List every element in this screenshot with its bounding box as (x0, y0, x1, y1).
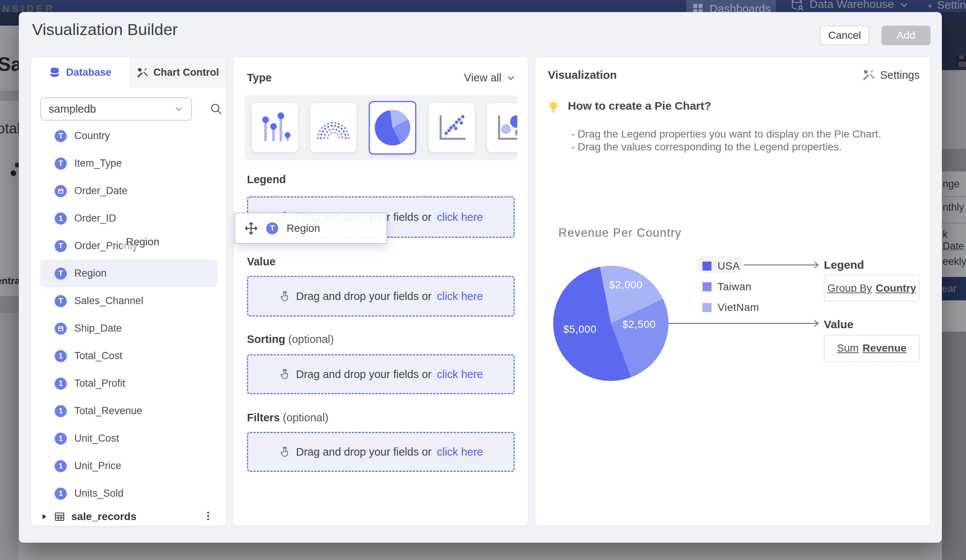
text-type-icon: T (55, 157, 67, 170)
filters-dropzone[interactable]: Drag and drop your fields or click here (247, 432, 515, 472)
field-row-unit-price[interactable]: 1 Unit_Price (40, 452, 218, 480)
drag-ghost-text: Region (122, 234, 163, 249)
chart-type-bubble[interactable] (487, 103, 518, 152)
builder-panel: Type View all (234, 57, 528, 526)
click-here-link[interactable]: click here (437, 446, 483, 458)
number-type-icon: 1 (55, 378, 67, 390)
visualization-settings-label: Settings (880, 69, 920, 82)
legend-section-label: Legend (247, 174, 286, 186)
pie-icon (375, 110, 410, 146)
date-type-icon (55, 185, 67, 197)
field-row-total-revenue[interactable]: 1 Total_Revenue (40, 397, 218, 425)
nav-data-warehouse-label: Data Warehouse (810, 0, 894, 11)
chart-type-pie-selected[interactable] (369, 101, 416, 154)
chart-title: Revenue Per Country (559, 226, 682, 240)
field-row-region[interactable]: T Region (40, 260, 218, 287)
value-section-label: Value (247, 255, 276, 268)
expand-triangle-icon[interactable] (40, 513, 48, 521)
chart-type-arc[interactable] (310, 103, 356, 152)
chevron-down-icon (505, 72, 517, 84)
tap-hand-icon (279, 368, 291, 380)
legend-swatch (702, 303, 711, 312)
tap-hand-icon (279, 290, 291, 302)
lightbulb-icon (547, 100, 560, 115)
legend-annotation-label: Legend (824, 259, 864, 271)
panel-tabs: Database Chart Control (31, 57, 226, 88)
chart-type-lollipop[interactable] (252, 103, 298, 152)
sorting-section-label: Sorting (optional) (247, 333, 334, 345)
click-here-link[interactable]: click here (437, 211, 483, 223)
drag-ghost-chip[interactable]: T Region (235, 213, 387, 244)
howto-block: How to create a Pie Chart? (547, 100, 711, 115)
tab-database-label: Database (66, 67, 111, 79)
click-here-link[interactable]: click here (437, 290, 483, 303)
group-by-box[interactable]: Group By Country (824, 275, 920, 301)
number-type-icon: 1 (55, 488, 67, 500)
value-annotation-arrow (668, 318, 823, 329)
table-name: sale_records (71, 511, 136, 523)
table-row-sale-records[interactable]: sale_records (40, 508, 218, 526)
click-here-link[interactable]: click here (437, 368, 483, 381)
tap-hand-icon (279, 446, 291, 458)
howto-line-1: - Drag the Legend properties you want to… (571, 128, 881, 140)
field-row-order-date[interactable]: Order_Date (40, 177, 218, 205)
move-icon (244, 222, 258, 235)
visualization-settings-button[interactable]: Settings (862, 69, 920, 82)
text-type-icon: T (55, 295, 67, 307)
database-icon (49, 67, 61, 79)
gear-icon (928, 0, 932, 13)
chart-type-strip (244, 95, 518, 160)
number-type-icon: 1 (55, 213, 67, 224)
number-type-icon: 1 (55, 350, 67, 362)
legend-annotation-arrow (744, 259, 823, 270)
field-row-country[interactable]: T Country (40, 122, 218, 150)
modal-title: Visualization Builder (32, 20, 177, 39)
chevron-down-icon (173, 103, 184, 115)
chart-type-scatter[interactable] (429, 103, 475, 152)
tools-icon (136, 67, 148, 79)
search-icon[interactable] (209, 102, 223, 116)
legend-item-usa[interactable]: USA (702, 260, 740, 272)
field-row-order-id[interactable]: 1 Order_ID (40, 205, 218, 232)
nav-data-warehouse[interactable]: Data Warehouse (790, 0, 910, 13)
tools-icon (862, 69, 875, 82)
source-search-row: sampledb (40, 97, 218, 121)
field-row-ship-date[interactable]: Ship_Date (40, 315, 218, 342)
pie-slice-label: $2,000 (610, 279, 643, 291)
nav-settings[interactable]: Settin (928, 0, 966, 13)
field-row-units-sold[interactable]: 1 Units_Sold (40, 480, 218, 507)
legend-item-taiwan[interactable]: Taiwan (702, 281, 751, 293)
legend-item-vietnam[interactable]: VietNam (702, 301, 759, 314)
number-type-icon: 1 (55, 460, 67, 472)
legend-swatch (702, 262, 711, 270)
number-type-icon: 1 (55, 405, 67, 417)
visualization-panel: Visualization Settings How to create a P… (536, 57, 930, 526)
sorting-dropzone[interactable]: Drag and drop your fields or click here (247, 354, 515, 394)
text-type-icon: T (55, 130, 67, 142)
cancel-button[interactable]: Cancel (820, 26, 869, 45)
legend-swatch (702, 282, 711, 291)
value-dropzone[interactable]: Drag and drop your fields or click here (247, 276, 515, 316)
visualization-builder-modal: Visualization Builder Cancel Add Databas… (19, 12, 942, 543)
chevron-down-icon (899, 0, 910, 11)
add-button[interactable]: Add (882, 26, 931, 45)
text-type-icon: T (55, 240, 67, 252)
howto-title: How to create a Pie Chart? (568, 100, 711, 112)
database-select[interactable]: sampledb (40, 97, 192, 121)
sum-box[interactable]: Sum Revenue (824, 335, 920, 362)
field-row-unit-cost[interactable]: 1 Unit_Cost (40, 425, 218, 452)
howto-line-2: - Drag the values corresponding to the L… (571, 141, 842, 153)
field-row-sales-channel[interactable]: T Sales_Channel (40, 287, 218, 315)
view-all-button[interactable]: View all (464, 72, 517, 84)
field-row-total-profit[interactable]: 1 Total_Profit (40, 370, 218, 397)
field-row-total-cost[interactable]: 1 Total_Cost (40, 342, 218, 370)
database-panel: Database Chart Control sampledb (31, 57, 226, 526)
value-annotation-label: Value (824, 318, 853, 331)
tab-chart-control[interactable]: Chart Control (129, 57, 227, 88)
field-row-item-type[interactable]: T Item_Type (40, 150, 218, 177)
drag-chip-label: Region (287, 222, 320, 234)
pie-slice-label: $5,000 (564, 324, 597, 336)
kebab-menu-icon[interactable] (202, 508, 214, 524)
tab-database[interactable]: Database (31, 57, 129, 88)
pie-slice-label: $2,500 (623, 319, 656, 331)
